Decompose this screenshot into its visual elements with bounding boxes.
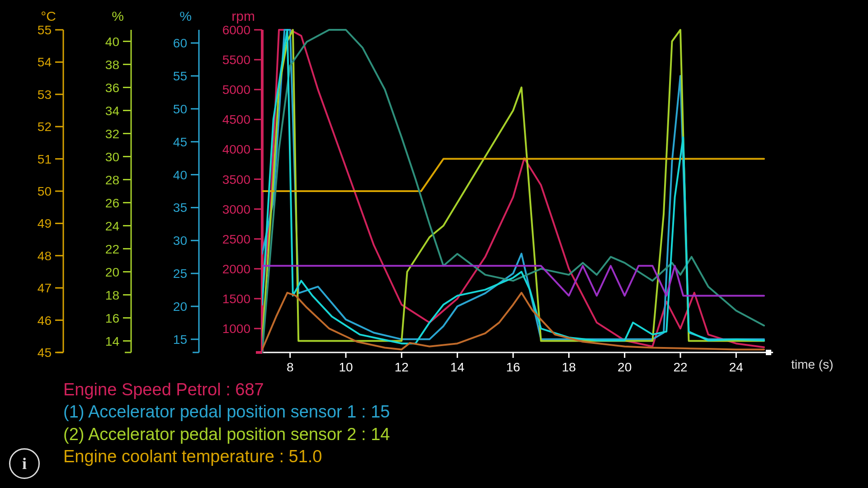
svg-text:%: %: [179, 9, 192, 23]
svg-text:36: 36: [105, 81, 119, 95]
svg-text:12: 12: [395, 360, 409, 374]
svg-text:5500: 5500: [222, 53, 250, 67]
svg-rect-1: [766, 350, 771, 355]
svg-text:54: 54: [38, 55, 52, 69]
svg-text:45: 45: [38, 346, 52, 360]
legend-line-pedal1: (1) Accelerator pedal position sensor 1 …: [63, 401, 390, 423]
svg-text:50: 50: [173, 102, 187, 116]
svg-text:24: 24: [729, 360, 743, 374]
legend-line-rpm: Engine Speed Petrol : 687: [63, 379, 390, 401]
svg-text:1500: 1500: [222, 292, 250, 306]
svg-text:20: 20: [618, 360, 632, 374]
svg-text:35: 35: [173, 201, 187, 215]
svg-text:2500: 2500: [222, 232, 250, 246]
svg-text:3500: 3500: [222, 173, 250, 187]
svg-text:49: 49: [38, 216, 52, 230]
svg-text:16: 16: [506, 360, 520, 374]
svg-text:15: 15: [173, 333, 187, 347]
svg-text:50: 50: [38, 184, 52, 198]
svg-text:16: 16: [105, 311, 119, 325]
svg-text:°C: °C: [41, 9, 56, 23]
svg-text:60: 60: [173, 36, 187, 50]
svg-text:3000: 3000: [222, 202, 250, 216]
svg-text:rpm: rpm: [231, 9, 255, 23]
svg-text:51: 51: [38, 152, 52, 166]
svg-text:24: 24: [105, 219, 119, 233]
svg-text:14: 14: [450, 360, 464, 374]
info-icon[interactable]: i: [9, 448, 40, 479]
svg-text:52: 52: [38, 120, 52, 134]
svg-text:2000: 2000: [222, 262, 250, 276]
svg-text:5000: 5000: [222, 83, 250, 97]
svg-text:40: 40: [105, 35, 119, 49]
legend-readout: Engine Speed Petrol : 687 (1) Accelerato…: [63, 379, 390, 468]
svg-text:8: 8: [287, 360, 294, 374]
svg-text:55: 55: [173, 69, 187, 83]
svg-text:30: 30: [105, 150, 119, 164]
svg-text:4000: 4000: [222, 142, 250, 156]
svg-text:6000: 6000: [222, 23, 250, 37]
svg-text:14: 14: [105, 334, 119, 348]
svg-text:47: 47: [38, 281, 52, 295]
legend-line-coolant: Engine coolant temperature : 51.0: [63, 446, 390, 468]
svg-text:22: 22: [673, 360, 687, 374]
legend-line-pedal2: (2) Accelerator pedal position sensor 2 …: [63, 423, 390, 446]
svg-text:10: 10: [339, 360, 353, 374]
svg-text:53: 53: [38, 88, 52, 102]
svg-text:55: 55: [38, 23, 52, 37]
svg-text:time (s): time (s): [791, 357, 833, 371]
svg-text:32: 32: [105, 127, 119, 141]
svg-text:1000: 1000: [222, 322, 250, 336]
svg-text:20: 20: [173, 300, 187, 314]
svg-text:%: %: [112, 9, 124, 23]
svg-text:28: 28: [105, 173, 119, 187]
svg-text:34: 34: [105, 104, 119, 118]
svg-text:38: 38: [105, 58, 119, 72]
svg-text:45: 45: [173, 135, 187, 149]
svg-text:4500: 4500: [222, 113, 250, 127]
svg-text:26: 26: [105, 196, 119, 210]
svg-text:22: 22: [105, 242, 119, 256]
svg-text:46: 46: [38, 314, 52, 328]
svg-text:40: 40: [173, 168, 187, 182]
svg-text:48: 48: [38, 249, 52, 263]
svg-text:30: 30: [173, 234, 187, 248]
svg-text:18: 18: [105, 288, 119, 302]
svg-text:25: 25: [173, 267, 187, 281]
svg-text:18: 18: [562, 360, 576, 374]
svg-text:20: 20: [105, 265, 119, 279]
